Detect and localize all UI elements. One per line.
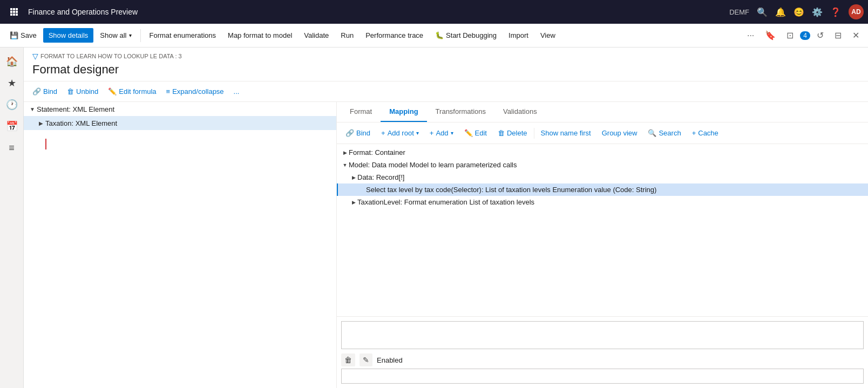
debug-icon: 🐛 [435, 31, 444, 39]
performance-trace-button[interactable]: Performance trace [360, 28, 429, 43]
side-panel-icon[interactable]: ⊡ [782, 27, 798, 44]
enabled-label: Enabled [377, 356, 403, 364]
svg-rect-2 [16, 8, 18, 10]
pencil-icon: ✏️ [108, 87, 117, 96]
data-item-model[interactable]: ▼ Model: Data model Model to learn param… [337, 159, 868, 171]
svg-rect-3 [10, 11, 12, 13]
expand-collapse-button[interactable]: ≡ Expand/collapse [162, 85, 228, 98]
face-icon[interactable]: 😊 [794, 6, 804, 17]
show-all-button[interactable]: Show all ▾ [94, 28, 137, 43]
tree-item-statement[interactable]: ▼ Statement: XML Element [24, 102, 336, 116]
mapping-toolbar: 🔗 Bind + Add root ▾ + Add ▾ ✏️ [337, 122, 868, 144]
cursor-indicator [45, 139, 46, 149]
map-bind-button[interactable]: 🔗 Bind [341, 126, 375, 140]
toggle-select-tax [358, 186, 366, 194]
edit-formula-button[interactable]: ✏️ Edit formula [104, 85, 160, 98]
toggle-icon-taxation[interactable]: ▶ [37, 119, 45, 127]
help-icon[interactable]: ❓ [830, 6, 841, 17]
toolbar-separator-1 [140, 29, 141, 42]
data-item-data-record[interactable]: ▶ Data: Record[!] [337, 171, 868, 183]
map-add-icon: + [430, 129, 434, 137]
sidebar-star-icon[interactable]: ★ [2, 73, 22, 93]
map-search-icon: 🔍 [648, 129, 656, 137]
chevron-add-icon: ▾ [451, 130, 453, 136]
format-enumerations-button[interactable]: Format enumerations [144, 28, 222, 43]
formula-box[interactable] [341, 321, 864, 349]
data-label-taxation-level: TaxationLevel: Format enumeration List o… [357, 198, 534, 206]
data-item-taxation-level[interactable]: ▶ TaxationLevel: Format enumeration List… [337, 196, 868, 208]
data-label-data-record: Data: Record[!] [357, 173, 404, 181]
map-cache-button[interactable]: + Cache [688, 126, 723, 140]
map-add-root-button[interactable]: + Add root ▾ [377, 126, 423, 140]
page-title: Format designer [32, 63, 859, 77]
svg-rect-6 [10, 13, 12, 16]
map-search-button[interactable]: 🔍 Search [643, 126, 685, 140]
user-avatar[interactable]: AD [849, 4, 864, 19]
tab-bar: Format Mapping Transformations Validatio… [337, 102, 868, 122]
user-company: DEMF [729, 8, 749, 16]
bind-button[interactable]: 🔗 Bind [28, 85, 62, 98]
waffle-menu-icon[interactable] [4, 2, 24, 22]
toggle-format[interactable]: ▶ [341, 149, 349, 156]
bottom-panel: 🗑 ✎ Enabled [337, 316, 868, 388]
bell-icon[interactable]: 🔔 [775, 6, 786, 17]
secondary-toolbar: 🔗 Bind 🗑 Unbind ✏️ Edit formula ≡ Expand… [24, 81, 868, 102]
tab-transformations[interactable]: Transformations [427, 102, 494, 122]
toggle-taxation-level[interactable]: ▶ [350, 199, 357, 206]
bind-icon: 🔗 [32, 87, 41, 96]
sidebar-home-icon[interactable]: 🏠 [2, 52, 22, 71]
more-button[interactable]: ... [229, 85, 244, 98]
show-details-button[interactable]: Show details [43, 28, 94, 43]
bookmark-icon[interactable]: 🔖 [761, 27, 780, 44]
svg-rect-0 [10, 8, 12, 10]
save-button[interactable]: 💾 Save [4, 28, 42, 43]
tab-format[interactable]: Format [341, 102, 381, 122]
tab-validations[interactable]: Validations [494, 102, 546, 122]
expand-icon: ≡ [166, 87, 171, 96]
map-add-button[interactable]: + Add ▾ [425, 126, 458, 140]
settings-icon[interactable]: ⚙️ [812, 6, 823, 17]
data-item-select-tax[interactable]: Select tax level by tax code(Selector): … [337, 183, 868, 196]
tree-item-taxation[interactable]: ▶ Taxation: XML Element [24, 116, 336, 130]
validate-button[interactable]: Validate [299, 28, 334, 43]
data-tree: ▶ Format: Container ▼ Model: Data model … [337, 144, 868, 316]
search-icon[interactable]: 🔍 [757, 6, 768, 17]
map-edit-button[interactable]: ✏️ Edit [460, 126, 491, 140]
data-label-select-tax: Select tax level by tax code(Selector): … [366, 186, 656, 194]
svg-rect-7 [13, 13, 15, 16]
overflow-icon[interactable]: ··· [743, 28, 758, 44]
sidebar-calendar-icon[interactable]: 📅 [2, 117, 22, 136]
run-button[interactable]: Run [335, 28, 359, 43]
badge-icon[interactable]: 4 [800, 31, 810, 40]
chevron-down-icon: ▾ [129, 32, 132, 38]
toolbar-right: ··· 🔖 ⊡ 4 ↺ ⊟ ✕ [743, 27, 864, 44]
map-format-button[interactable]: Map format to model [222, 28, 297, 43]
toggle-model[interactable]: ▼ [341, 161, 349, 169]
bottom-delete-icon: 🗑 [344, 356, 352, 364]
view-button[interactable]: View [535, 28, 561, 43]
start-debugging-button[interactable]: 🐛 Start Debugging [430, 28, 502, 43]
data-item-format[interactable]: ▶ Format: Container [337, 146, 868, 159]
enabled-input[interactable] [341, 369, 864, 384]
toggle-icon-statement[interactable]: ▼ [28, 105, 37, 113]
map-delete-button[interactable]: 🗑 Delete [493, 126, 532, 140]
sidebar-list-icon[interactable]: ≡ [2, 138, 22, 158]
app-title: Finance and Operations Preview [28, 8, 729, 16]
map-show-name-first-button[interactable]: Show name first [537, 126, 595, 140]
import-button[interactable]: Import [503, 28, 534, 43]
toggle-data-record[interactable]: ▶ [350, 174, 357, 181]
tab-mapping[interactable]: Mapping [381, 102, 426, 122]
close-icon[interactable]: ✕ [848, 27, 864, 44]
bottom-actions: 🗑 ✎ Enabled [341, 353, 864, 366]
svg-rect-1 [13, 8, 15, 10]
restore-icon[interactable]: ⊟ [830, 27, 846, 44]
bottom-delete-button[interactable]: 🗑 [341, 353, 355, 366]
refresh-icon[interactable]: ↺ [812, 27, 828, 44]
unbind-button[interactable]: 🗑 Unbind [63, 85, 103, 98]
unbind-icon: 🗑 [67, 87, 74, 96]
filter-icon: ▽ [32, 52, 38, 60]
bottom-edit-button[interactable]: ✎ [360, 353, 372, 366]
map-group-view-button[interactable]: Group view [598, 126, 642, 140]
left-panel: ▼ Statement: XML Element ▶ Taxation: XML… [24, 102, 337, 388]
sidebar-clock-icon[interactable]: 🕐 [2, 95, 22, 114]
